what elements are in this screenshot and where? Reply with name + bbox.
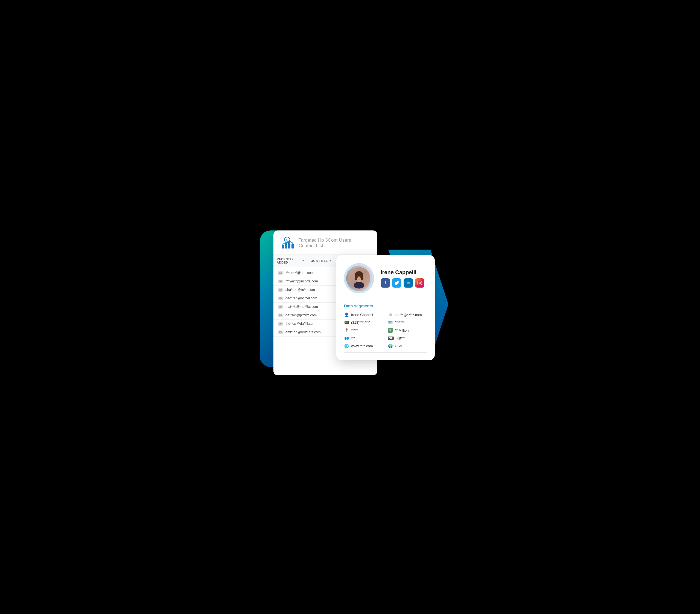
location-icon: 📍 [344,328,349,333]
profile-website: www.****.com [351,344,373,348]
svg-point-7 [286,242,287,243]
twitter-button[interactable] [392,278,401,288]
email-icon [278,322,283,326]
data-country-item: 🌍 USA [388,343,427,348]
instagram-button[interactable] [415,278,424,288]
linkedin-button[interactable]: in [403,278,413,288]
dollar-icon: $ [388,328,393,333]
profile-zip: 48*** [397,336,405,340]
facebook-button[interactable]: f [380,278,390,288]
svg-rect-4 [288,241,290,249]
phone-icon: 📟 [344,320,349,325]
social-icons: f in [380,278,427,288]
profile-id: ******* [395,321,404,325]
profile-card: Irene Cappelli f in D [336,255,435,360]
avatar-container [344,263,374,293]
data-segments-title: Data segments [344,303,427,308]
email-icon [278,297,283,300]
profile-info: Irene Cappelli f in [380,269,427,288]
data-website-item: 🌐 www.****.com [344,343,383,348]
data-email-item: ✉ ica***@*****.com [388,312,427,317]
email-address: ***ne***@ods.com [286,271,314,275]
email-icon [278,280,283,283]
avatar-ring [344,263,374,293]
bottom-divider [344,352,427,353]
profile-country: USA [395,344,402,348]
email-icon [278,305,283,309]
svg-text:$: $ [286,238,287,241]
svg-point-15 [355,275,357,280]
scene: $ Targeted Hp 3Com Users Contact List RE… [268,222,432,392]
profile-team: *** [351,336,355,340]
svg-point-16 [361,275,363,280]
twitter-icon [394,280,399,285]
email-icon: ✉ [388,312,393,317]
svg-point-8 [289,240,290,241]
email-address: sha**on@ro**t.com [286,288,315,292]
email-address: geo**sn@bc**el.com [286,296,317,300]
globe-icon: 🌐 [344,343,349,348]
email-address: emi**on@reu**ers.com [286,330,321,334]
team-icon: 👥 [344,336,349,340]
chevron-icon: ▼ [302,260,304,262]
email-icon [278,271,283,275]
profile-full-name: Irene Cappelli [351,313,373,317]
profile-email: ica***@*****.com [395,313,422,317]
svg-point-18 [360,276,361,277]
profile-phone: (313)***-**** [351,321,370,325]
svg-rect-19 [418,281,422,285]
email-icon [278,288,283,292]
email-address: tho**as@da**il.com [286,322,315,326]
chevron-icon: ▼ [329,260,332,262]
linkedin-icon: in [407,281,410,285]
email-icon [278,314,283,317]
data-grid: 👤 Irene Cappelli ✉ ica***@*****.com 📟 (3… [344,312,427,348]
card-header: $ Targeted Hp 3Com Users Contact List [273,230,377,254]
profile-name: Irene Cappelli [380,269,427,276]
country-icon: 🌍 [388,343,393,348]
card-title: Targeted Hp 3Com Users Contact List [299,238,351,249]
chart-icon: $ [280,236,294,250]
svg-point-17 [357,276,358,277]
svg-rect-3 [285,243,287,249]
email-icon [278,330,283,334]
zip-badge: ZIP [388,337,394,340]
data-zip-item: ZIP 48*** [388,336,427,340]
profile-location: ***** [351,328,358,333]
email-address: mat**kl@me**kc.com [286,305,318,309]
email-address: ***yer**@incorta.com [286,279,318,283]
avatar [348,267,370,289]
data-team-item: 👥 *** [344,336,383,340]
data-name-item: 👤 Irene Cappelli [344,312,383,317]
svg-point-13 [354,282,364,289]
svg-point-6 [282,243,283,245]
id-icon: 🪪 [388,320,393,325]
profile-revenue: ** Million [395,328,409,333]
email-address: da**mh@jk**rm.com [286,313,317,317]
data-location-item: 📍 ***** [344,328,383,333]
col-recently-added[interactable]: RECENTLY ADDED ▼ [273,255,308,267]
facebook-icon: f [385,280,386,285]
data-revenue-item: $ ** Million [388,328,427,333]
data-id-item: 🪪 ******* [388,320,427,325]
svg-rect-5 [291,243,294,249]
person-icon: 👤 [344,312,349,317]
svg-rect-2 [282,245,284,249]
svg-point-9 [292,242,293,243]
instagram-icon [417,280,422,285]
data-phone-item: 📟 (313)***-**** [344,320,383,325]
profile-top: Irene Cappelli f in [344,263,427,293]
